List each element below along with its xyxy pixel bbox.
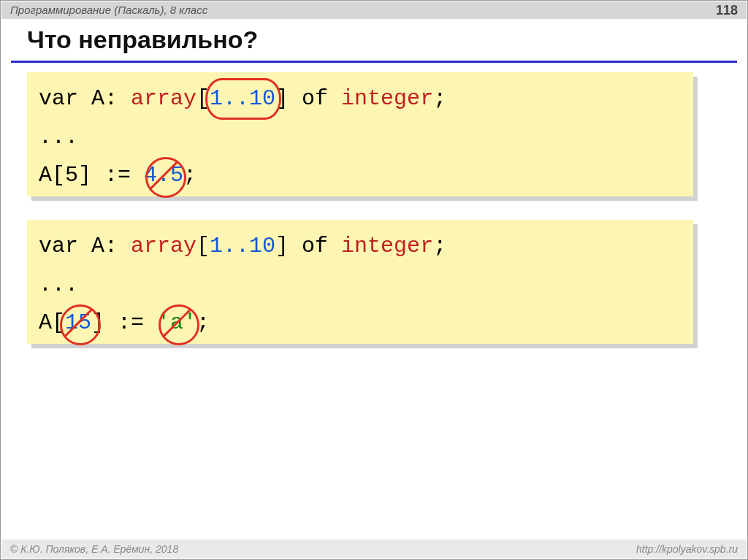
forbidden-char: 'a' xyxy=(157,304,196,342)
code-text: A: xyxy=(78,86,131,111)
header-subject: Программирование (Паскаль), 8 класс xyxy=(10,1,207,19)
code-line: var A: array[1..10] of integer; xyxy=(39,227,682,266)
kw-array: array xyxy=(131,234,196,258)
kw-integer: integer xyxy=(341,234,433,258)
page-number: 118 xyxy=(716,1,738,19)
slide-title: Что неправильно? xyxy=(27,26,258,54)
header-bar: Программирование (Паскаль), 8 класс 118 xyxy=(1,1,747,19)
forbidden-index: 15 xyxy=(65,304,91,342)
code-text: of xyxy=(289,234,341,258)
code-text: [ xyxy=(196,86,210,111)
code-line: A[5] := 4.5; xyxy=(39,156,682,195)
kw-integer: integer xyxy=(341,86,433,111)
forbidden-value: 4.5 xyxy=(144,156,183,195)
footer-bar: © К.Ю. Поляков, Е.А. Ерёмин, 2018 http:/… xyxy=(1,540,747,559)
code-text: A[5] := xyxy=(39,163,144,188)
array-range: 1..10 xyxy=(210,86,275,111)
code-line: var A: array[1..10] of integer; xyxy=(39,80,682,118)
footer-url: http://kpolyakov.spb.ru xyxy=(636,540,738,559)
code-block-1: var A: array[1..10] of integer; ... A[5]… xyxy=(27,72,693,196)
code-text: [ xyxy=(196,234,210,258)
kw-var: var xyxy=(39,234,78,258)
code-text: ; xyxy=(433,86,446,111)
circled-range: 1..10 xyxy=(210,80,275,118)
code-text: ] xyxy=(275,86,289,111)
code-text: A: xyxy=(78,234,131,258)
code-line: ... xyxy=(39,118,682,157)
bad-value: 4.5 xyxy=(144,163,183,188)
bad-index: 15 xyxy=(65,310,91,335)
bad-char: 'a' xyxy=(157,310,196,335)
code-text: ] xyxy=(275,234,289,258)
kw-array: array xyxy=(131,86,196,111)
code-text: of xyxy=(289,86,341,111)
slide: Программирование (Паскаль), 8 класс 118 … xyxy=(0,0,748,560)
code-line: ... xyxy=(39,266,682,304)
code-text: ; xyxy=(196,310,210,335)
array-range: 1..10 xyxy=(210,234,275,258)
code-text: A[ xyxy=(39,310,65,335)
code-text: ] := xyxy=(91,310,157,335)
code-text: ; xyxy=(433,234,446,258)
code-line: A[15] := 'a'; xyxy=(39,304,682,342)
title-underline xyxy=(11,61,737,63)
kw-var: var xyxy=(39,86,78,111)
code-text: ; xyxy=(183,163,196,188)
code-block-2: var A: array[1..10] of integer; ... A[15… xyxy=(27,220,693,344)
footer-copyright: © К.Ю. Поляков, Е.А. Ерёмин, 2018 xyxy=(10,540,178,559)
